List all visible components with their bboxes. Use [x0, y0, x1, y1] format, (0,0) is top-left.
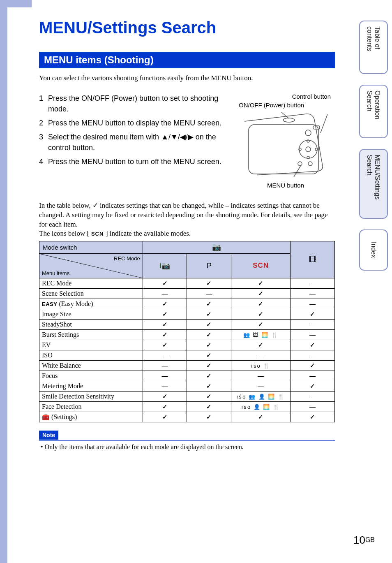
cell: ✓ — [143, 391, 187, 401]
cell: ıṡo 👤 🌅 🍴 — [231, 401, 291, 412]
cell: ✓ — [143, 309, 187, 319]
cell: ✓ — [187, 319, 231, 329]
table-row: Image Size✓✓✓✓ — [39, 309, 335, 319]
svg-point-4 — [306, 147, 311, 152]
th-iauto: i📷 — [143, 253, 187, 278]
th-mode-switch: Mode switch — [39, 241, 143, 253]
cell: ✓ — [187, 299, 231, 309]
cell: ✓ — [187, 340, 231, 350]
steps-left: 1Press the ON/OFF (Power) button to set … — [39, 93, 228, 189]
tab-index[interactable]: Index — [359, 229, 388, 271]
cell: — — [291, 391, 335, 401]
row-label[interactable]: White Balance — [39, 360, 143, 371]
table-row: Smile Detection Sensitivity✓✓ıṡo 👥 👤 🌅 🍴… — [39, 391, 335, 401]
svg-line-13 — [321, 114, 327, 133]
cell: ✓ — [187, 309, 231, 319]
page-suffix: GB — [365, 536, 375, 543]
step-num: 2 — [39, 118, 48, 128]
step-1: 1Press the ON/OFF (Power) button to set … — [39, 93, 228, 114]
page-number: 10GB — [353, 534, 375, 547]
svg-line-2 — [281, 112, 289, 118]
note-heading: Note — [39, 431, 58, 440]
cell: ✓ — [187, 412, 231, 422]
top-decor-band — [0, 0, 32, 7]
iconline-scn: SCN — [89, 231, 106, 237]
row-label[interactable]: EV — [39, 340, 143, 350]
th-rec-mode: REC Mode — [114, 255, 140, 262]
row-label[interactable]: Focus — [39, 371, 143, 381]
cell: ✓ — [291, 309, 335, 319]
table-row: EV✓✓✓✓ — [39, 340, 335, 350]
row-label[interactable]: Burst Settings — [39, 329, 143, 340]
step-text: Press the MENU button to turn off the ME… — [48, 156, 228, 167]
row-label[interactable]: Smile Detection Sensitivity — [39, 391, 143, 401]
iconline: The icons below [ SCN ] indicate the ava… — [39, 229, 335, 238]
table-row: ISO—✓—— — [39, 350, 335, 360]
cell: ✓ — [231, 319, 291, 329]
table-row: Focus—✓—— — [39, 371, 335, 381]
row-label[interactable]: SteadyShot — [39, 319, 143, 329]
cell: ✓ — [187, 391, 231, 401]
cell: ✓ — [187, 381, 231, 391]
cell: ✓ — [143, 278, 187, 288]
th-still-icon: 📷 — [143, 241, 290, 253]
cell: ıṡo 👥 👤 🌅 🍴 — [231, 391, 291, 401]
side-tabs: Table of contents Operation Search MENU/… — [353, 21, 388, 281]
section-heading: MENU items (Shooting) — [39, 52, 335, 68]
camera-diagram: Control button ON/OFF (Power) button — [236, 93, 335, 189]
row-label[interactable]: Face Detection — [39, 401, 143, 412]
cell: ✓ — [143, 401, 187, 412]
cell: ✓ — [291, 360, 335, 371]
scn-mode-icons: ıṡo 👤 🌅 🍴 — [241, 404, 280, 410]
cell: — — [231, 381, 291, 391]
th-movie-icon: 🎞 — [291, 241, 335, 278]
table-row: Metering Mode—✓—✓ — [39, 381, 335, 391]
row-label[interactable]: ISO — [39, 350, 143, 360]
cell: — — [291, 350, 335, 360]
th-diag: REC Mode Menu items — [39, 253, 143, 278]
step-4: 4Press the MENU button to turn off the M… — [39, 156, 228, 167]
step-num: 3 — [39, 132, 48, 153]
th-menu-items: Menu items — [42, 270, 69, 276]
table-row: Scene Selection——✓— — [39, 288, 335, 299]
tab-operation-search[interactable]: Operation Search — [359, 85, 388, 138]
table-row: SteadyShot✓✓✓— — [39, 319, 335, 329]
cell: — — [143, 371, 187, 381]
row-label[interactable]: REC Mode — [39, 278, 143, 288]
cell: ✓ — [187, 401, 231, 412]
row-label[interactable]: Metering Mode — [39, 381, 143, 391]
camera-icon: 📷 — [212, 243, 221, 251]
cell: — — [143, 381, 187, 391]
cell: ✓ — [143, 412, 187, 422]
cell: ✓ — [187, 278, 231, 288]
row-label[interactable]: Image Size — [39, 309, 143, 319]
step-num: 1 — [39, 93, 48, 114]
cell: ✓ — [231, 412, 291, 422]
cell: ✓ — [291, 381, 335, 391]
cell: — — [291, 319, 335, 329]
modes-table: Mode switch 📷 🎞 REC Mode Menu items i📷 P… — [39, 241, 335, 422]
tab-menu-settings-search[interactable]: MENU/Settings Search — [359, 149, 388, 219]
note-body: • Only the items that are available for … — [39, 443, 335, 451]
row-label[interactable]: Scene Selection — [39, 288, 143, 299]
cell: — — [231, 371, 291, 381]
row-label[interactable]: EASY (Easy Mode) — [39, 299, 143, 309]
row-label[interactable]: 🧰 (Settings) — [39, 412, 143, 422]
step-num: 4 — [39, 156, 48, 167]
table-row: Face Detection✓✓ıṡo 👤 🌅 🍴— — [39, 401, 335, 412]
svg-point-1 — [283, 118, 295, 122]
svg-point-3 — [299, 140, 317, 158]
svg-point-9 — [305, 130, 311, 136]
label-menu-button: MENU button — [236, 182, 335, 189]
cell: ✓ — [143, 319, 187, 329]
scn-mode-icons: ıṡo 👥 👤 🌅 🍴 — [237, 394, 285, 400]
cell: — — [143, 360, 187, 371]
cell: — — [143, 350, 187, 360]
iconline-suf: ] indicate the available modes. — [106, 229, 191, 237]
page-content: MENU/Settings Search MENU items (Shootin… — [39, 19, 335, 451]
cell: ✓ — [231, 340, 291, 350]
tab-toc[interactable]: Table of contents — [359, 21, 388, 74]
svg-point-12 — [308, 162, 312, 166]
table-row: White Balance—✓ıṡo 🍴✓ — [39, 360, 335, 371]
cell: — — [231, 350, 291, 360]
